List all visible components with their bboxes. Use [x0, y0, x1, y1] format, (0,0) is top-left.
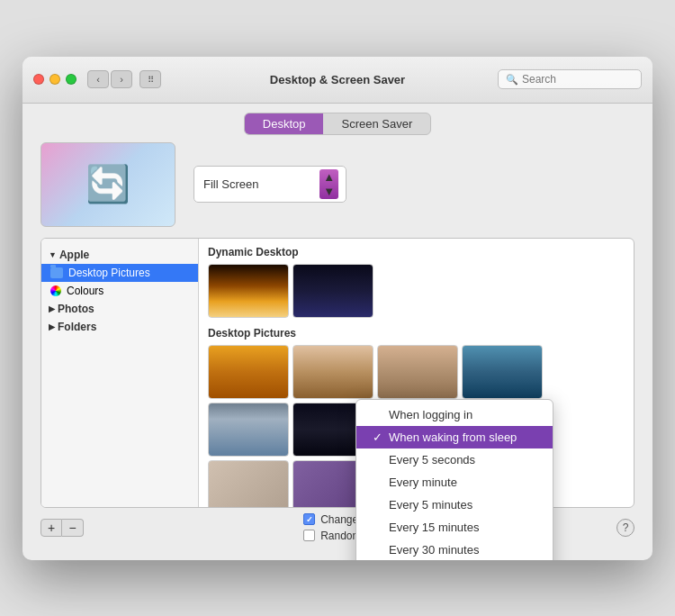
close-button[interactable] [33, 74, 44, 85]
chevron-down-icon: ▼ [323, 185, 335, 199]
change-picture-dropdown: When logging in ✓ When waking from sleep… [356, 399, 554, 560]
sidebar-item-colours[interactable]: Colours [41, 282, 198, 300]
fill-screen-dropdown[interactable]: Fill Screen ▲ ▼ [194, 166, 346, 203]
search-bar[interactable]: 🔍 [498, 69, 642, 89]
color-dot-icon [50, 285, 61, 296]
gallery-thumb-dusk[interactable] [208, 264, 289, 318]
apple-label: Apple [59, 249, 89, 261]
tab-screensaver[interactable]: Screen Saver [323, 113, 430, 134]
sidebar-item-desktop-pictures[interactable]: Desktop Pictures [41, 264, 198, 282]
dropdown-item-label: Every minute [389, 476, 457, 489]
gallery-thumb-desert2[interactable] [292, 345, 374, 399]
tabs-area: Desktop Screen Saver [22, 104, 652, 142]
checkmark-icon: ✓ [306, 515, 313, 524]
help-button[interactable]: ? [616, 519, 634, 537]
main-window: ‹ › ⠿ Desktop & Screen Saver 🔍 Desktop S… [22, 57, 652, 560]
main-content: 🔄 Fill Screen ▲ ▼ ▼ Apple Desktop [22, 142, 652, 560]
triangle-icon: ▼ [49, 250, 57, 259]
window-title: Desktop & Screen Saver [270, 73, 405, 86]
dropdown-item-15min[interactable]: Every 15 minutes [356, 516, 553, 539]
dropdown-item-label: When logging in [389, 408, 472, 421]
tab-group: Desktop Screen Saver [244, 113, 431, 135]
add-remove-buttons: + − [40, 519, 84, 537]
gallery-thumb-partial1[interactable] [208, 460, 289, 507]
dropdown-item-waking[interactable]: ✓ When waking from sleep [356, 426, 553, 448]
change-picture-checkbox[interactable]: ✓ [303, 513, 315, 525]
remove-button[interactable]: − [62, 519, 84, 537]
traffic-lights [33, 74, 76, 85]
search-input[interactable] [522, 73, 634, 86]
add-button[interactable]: + [40, 519, 62, 537]
dynamic-desktop-grid [208, 264, 625, 318]
dropdown-item-5min[interactable]: Every 5 minutes [356, 494, 553, 516]
gallery-thumb-night[interactable] [292, 264, 374, 318]
check-icon: ✓ [371, 430, 383, 444]
dropdown-item-5sec[interactable]: Every 5 seconds [356, 448, 553, 471]
fill-screen-label: Fill Screen [203, 177, 258, 191]
chevron-up-icon: ▲ [323, 170, 335, 185]
dropdown-item-label: Every 5 minutes [389, 498, 472, 512]
dropdown-item-minute[interactable]: Every minute [356, 471, 553, 494]
titlebar: ‹ › ⠿ Desktop & Screen Saver 🔍 [22, 57, 652, 104]
preview-area: 🔄 Fill Screen ▲ ▼ [40, 142, 634, 227]
dynamic-desktop-title: Dynamic Desktop [208, 246, 625, 258]
folder-icon [50, 267, 63, 278]
preview-thumbnail: 🔄 [40, 142, 176, 227]
desktop-pictures-title: Desktop Pictures [208, 327, 625, 340]
minimize-button[interactable] [50, 74, 60, 85]
triangle-icon: ▶ [49, 322, 55, 331]
triangle-icon: ▶ [49, 304, 55, 313]
gallery-thumb-cliff[interactable] [377, 345, 458, 399]
chevron-right-icon: › [120, 74, 123, 85]
dropdown-stepper[interactable]: ▲ ▼ [320, 169, 338, 199]
photos-label: Photos [58, 303, 94, 315]
gallery-thumb-desert1[interactable] [208, 345, 289, 399]
sidebar-group-folders[interactable]: ▶ Folders [41, 318, 198, 336]
gallery-thumb-rock[interactable] [208, 403, 289, 457]
gallery-thumb-ocean[interactable] [462, 345, 543, 399]
dropdown-item-logging-in[interactable]: When logging in [356, 403, 553, 426]
folders-label: Folders [58, 321, 96, 333]
dropdown-item-30min[interactable]: Every 30 minutes [356, 539, 553, 560]
sidebar: ▼ Apple Desktop Pictures Colours ▶ Photo… [41, 239, 199, 507]
random-order-checkbox[interactable] [303, 530, 315, 541]
forward-button[interactable]: › [111, 70, 132, 88]
search-icon: 🔍 [506, 74, 518, 86]
dropdown-item-label: Every 15 minutes [389, 521, 479, 534]
tab-desktop[interactable]: Desktop [245, 113, 324, 134]
back-button[interactable]: ‹ [87, 70, 109, 88]
chevron-left-icon: ‹ [96, 74, 100, 85]
dropdown-item-label: Every 30 minutes [389, 543, 479, 557]
sidebar-group-apple[interactable]: ▼ Apple [41, 246, 198, 264]
nav-buttons: ‹ › [87, 70, 132, 88]
fullscreen-button[interactable] [66, 74, 76, 85]
sidebar-item-label-colours: Colours [67, 285, 104, 297]
sidebar-item-label-desktop-pictures: Desktop Pictures [68, 267, 150, 279]
dropdown-item-label: When waking from sleep [389, 430, 517, 444]
preview-icon: 🔄 [86, 163, 130, 205]
grid-button[interactable]: ⠿ [140, 70, 161, 88]
dropdown-item-label: Every 5 seconds [389, 453, 475, 467]
sidebar-group-photos[interactable]: ▶ Photos [41, 300, 198, 318]
grid-icon: ⠿ [148, 75, 154, 85]
